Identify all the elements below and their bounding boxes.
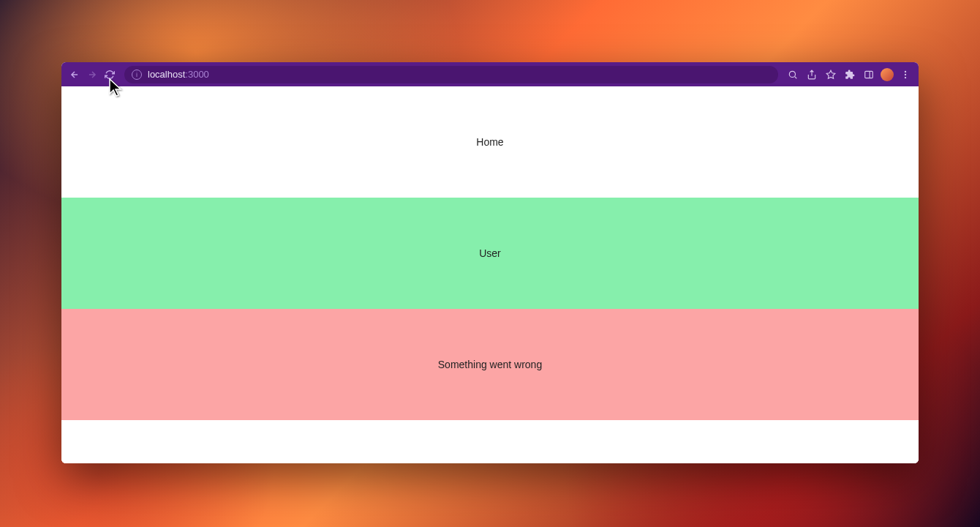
toolbar-right xyxy=(785,67,913,82)
svg-point-0 xyxy=(789,71,795,77)
footer-section xyxy=(61,420,919,463)
page-content: Home User Something went wrong xyxy=(61,86,919,463)
svg-point-5 xyxy=(905,76,906,78)
url-host: localhost xyxy=(148,69,185,80)
menu-icon[interactable] xyxy=(898,67,913,82)
url-port: :3000 xyxy=(185,69,209,80)
zoom-icon[interactable] xyxy=(785,67,800,82)
user-section: User xyxy=(61,198,919,309)
user-section-label: User xyxy=(479,247,501,259)
home-section-label: Home xyxy=(476,136,503,148)
share-icon[interactable] xyxy=(804,67,819,82)
browser-window: i localhost:3000 xyxy=(61,62,919,463)
error-section-label: Something went wrong xyxy=(438,359,542,370)
bookmark-icon[interactable] xyxy=(823,67,838,82)
address-bar[interactable]: i localhost:3000 xyxy=(124,66,778,83)
home-section: Home xyxy=(61,86,919,198)
svg-rect-1 xyxy=(865,71,873,78)
forward-button[interactable] xyxy=(85,67,99,82)
svg-point-4 xyxy=(905,73,906,75)
profile-avatar[interactable] xyxy=(881,68,894,81)
error-section: Something went wrong xyxy=(61,309,919,420)
sidepanel-icon[interactable] xyxy=(862,67,876,82)
url-text: localhost:3000 xyxy=(148,69,209,80)
extensions-icon[interactable] xyxy=(843,67,857,82)
mouse-cursor xyxy=(108,78,124,98)
site-info-icon[interactable]: i xyxy=(132,70,142,80)
back-button[interactable] xyxy=(67,67,82,82)
svg-point-3 xyxy=(905,70,906,72)
browser-toolbar: i localhost:3000 xyxy=(61,62,919,86)
